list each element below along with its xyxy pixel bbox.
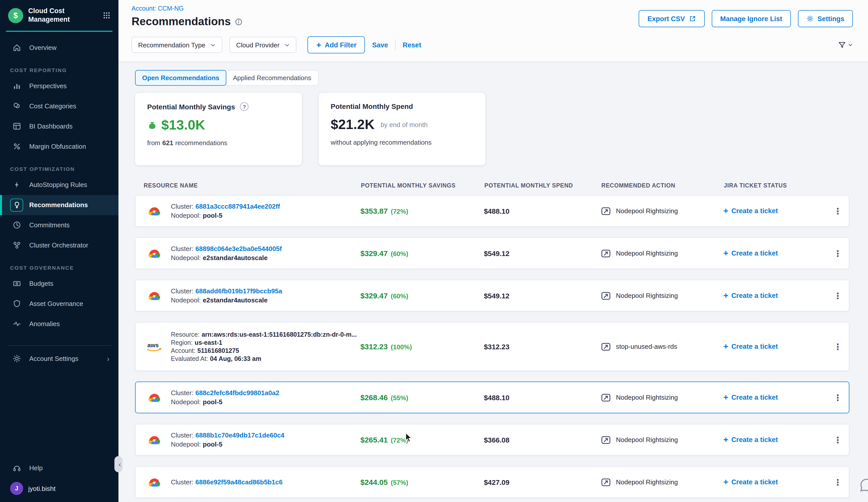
user-menu[interactable]: J jyoti.bisht (0, 478, 118, 498)
table-row[interactable]: Cluster:6886e92f59a48cad86b5b1c6 $244.05… (135, 466, 849, 498)
table-row[interactable]: Cluster:688add6fb019b17f9bccb95a Nodepoo… (135, 280, 849, 312)
sidebar-header: $ Cloud Cost Management (6, 0, 112, 32)
sidebar-item-perspectives[interactable]: Perspectives (0, 76, 118, 96)
gcp-icon (146, 205, 163, 217)
breadcrumb-account-link[interactable]: Account: CCM-NG (132, 5, 242, 12)
shield-icon (10, 297, 23, 311)
spend-amount: $488.10 (484, 207, 509, 215)
cluster-link[interactable]: 6881a3ccc887941a4ee202ff (196, 202, 280, 210)
chevron-down-icon (285, 42, 290, 48)
savings-percent: (60%) (391, 292, 408, 300)
recommendation-type-filter[interactable]: Recommendation Type (132, 37, 223, 53)
chevron-down-icon (848, 42, 853, 48)
table-row[interactable]: Cluster:6881a3ccc887941a4ee202ff Nodepoo… (135, 195, 849, 227)
spend-amount: $549.12 (484, 249, 509, 257)
sidebar-item-label: Help (29, 464, 43, 471)
create-ticket-button[interactable]: +Create a ticket (723, 207, 827, 215)
create-ticket-button[interactable]: +Create a ticket (723, 249, 827, 258)
action-label: stop-unused-aws-rds (616, 343, 677, 350)
action-label: Nodepool Rightsizing (616, 250, 678, 257)
row-menu-button[interactable]: ⋮ (834, 248, 842, 258)
header-actions: Export CSV Manage Ignore List Settings (639, 10, 853, 27)
plus-icon: + (723, 207, 728, 215)
cluster-link[interactable]: 688c2fefc84fbdc99801a0a2 (196, 389, 279, 397)
action-label: Nodepool Rightsizing (616, 292, 678, 300)
table-row-selected[interactable]: Cluster:688c2fefc84fbdc99801a0a2 Nodepoo… (135, 381, 849, 413)
row-menu-button[interactable]: ⋮ (834, 435, 842, 445)
rightsizing-action-icon (601, 248, 611, 258)
sidebar-item-overview[interactable]: Overview (0, 38, 118, 58)
section-cost-governance: COST GOVERNANCE (0, 255, 118, 274)
chevron-down-icon (210, 42, 216, 48)
reset-filter-button[interactable]: Reset (403, 41, 421, 49)
spend-amount: $488.10 (484, 394, 509, 401)
main-area: Account: CCM-NG Recommendations Export C… (118, 0, 868, 502)
sidebar-item-budgets[interactable]: Budgets (0, 274, 118, 294)
col-recommended-action: RECOMMENDED ACTION (601, 182, 724, 188)
spend-amount: $427.09 (484, 478, 509, 486)
spend-amount: $549.12 (484, 292, 509, 300)
cluster-link[interactable]: 68898c064e3e2ba0e544005f (196, 245, 282, 252)
add-filter-button[interactable]: + Add Filter (308, 36, 365, 53)
section-cost-optimization: COST OPTIMIZATION (0, 157, 118, 175)
cluster-link[interactable]: 688add6fb019b17f9bccb95a (196, 287, 282, 295)
cluster-link[interactable]: 6888b1c70e49db17c1de60c4 (196, 431, 285, 439)
sidebar-item-cluster-orchestrator[interactable]: Cluster Orchestrator (0, 236, 118, 255)
gcp-icon (146, 289, 163, 302)
tab-open-recommendations[interactable]: Open Recommendations (135, 70, 226, 86)
row-menu-button[interactable]: ⋮ (834, 393, 842, 402)
table-row[interactable]: Cluster:6888b1c70e49db17c1de60c4 Nodepoo… (135, 424, 849, 456)
create-ticket-button[interactable]: +Create a ticket (723, 478, 827, 487)
savings-amount: $329.47 (360, 291, 388, 300)
rightsizing-action-icon (601, 291, 611, 301)
money-bag-icon (147, 120, 157, 130)
spend-note: by end of month (381, 121, 427, 128)
sidebar-item-label: BI Dashboards (29, 123, 73, 130)
sidebar-item-anomalies[interactable]: Anomalies (0, 314, 118, 334)
sidebar-item-recommendations[interactable]: Recommendations (0, 195, 118, 215)
save-filter-button[interactable]: Save (372, 41, 388, 49)
cluster-link[interactable]: 6886e92f59a48cad86b5b1c6 (196, 478, 283, 486)
row-menu-button[interactable]: ⋮ (834, 206, 842, 216)
sidebar-divider (7, 345, 111, 346)
card-title: Potential Monthly Spend (331, 102, 413, 111)
filter-panel-button[interactable] (838, 41, 853, 49)
sidebar-item-account-settings[interactable]: Account Settings › (0, 349, 118, 369)
sidebar-item-label: Account Settings (29, 355, 79, 363)
sidebar-item-help[interactable]: Help (0, 458, 118, 478)
row-menu-button[interactable]: ⋮ (834, 477, 842, 487)
tab-applied-recommendations[interactable]: Applied Recommendations (226, 70, 318, 86)
create-ticket-button[interactable]: +Create a ticket (723, 342, 827, 351)
create-ticket-button[interactable]: +Create a ticket (723, 436, 827, 444)
gear-icon (10, 352, 23, 365)
table-row[interactable]: Cluster:68898c064e3e2ba0e544005f Nodepoo… (135, 237, 849, 269)
dollar-glyph: $ (13, 11, 18, 20)
export-csv-button[interactable]: Export CSV (639, 10, 705, 27)
col-potential-spend: POTENTIAL MONTHLY SPEND (484, 182, 601, 188)
rightsizing-action-icon (601, 477, 611, 487)
cloud-provider-filter[interactable]: Cloud Provider (230, 37, 297, 53)
chat-help-icon[interactable] (859, 478, 868, 493)
create-ticket-button[interactable]: +Create a ticket (723, 393, 827, 402)
sidebar-item-asset-governance[interactable]: Asset Governance (0, 294, 118, 314)
apps-grid-icon[interactable] (103, 12, 110, 19)
manage-ignore-list-button[interactable]: Manage Ignore List (712, 10, 790, 27)
plus-icon: + (723, 478, 728, 487)
row-menu-button[interactable]: ⋮ (834, 291, 842, 301)
help-circle-icon[interactable]: ? (240, 102, 249, 111)
sidebar-item-autostopping-rules[interactable]: AutoStopping Rules (0, 175, 118, 195)
row-menu-button[interactable]: ⋮ (834, 342, 842, 352)
settings-button[interactable]: Settings (798, 10, 853, 27)
info-icon[interactable] (235, 18, 242, 25)
sidebar-item-label: Anomalies (29, 320, 60, 328)
sidebar-item-commitments[interactable]: Commitments (0, 215, 118, 236)
sidebar-item-bi-dashboards[interactable]: BI Dashboards (0, 116, 118, 137)
sidebar-collapse-button[interactable]: ‹ (114, 456, 123, 472)
svg-text:aws: aws (147, 342, 159, 348)
create-ticket-button[interactable]: +Create a ticket (723, 291, 827, 300)
sidebar-item-cost-categories[interactable]: Cost Categories (0, 96, 118, 116)
card-title: Potential Monthly Savings (147, 103, 235, 111)
sidebar-item-margin-obfuscation[interactable]: Margin Obfuscation (0, 137, 118, 157)
table-row[interactable]: aws Resource:arn:aws:rds:us-east-1:51161… (135, 322, 849, 371)
sidebar-item-label: Recommendations (29, 201, 88, 209)
